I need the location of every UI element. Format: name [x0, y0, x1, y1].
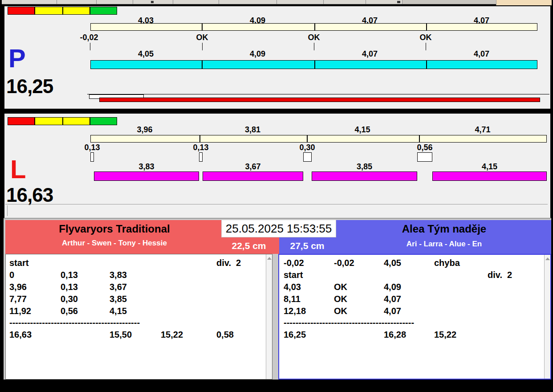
- table-cell: start: [284, 270, 334, 280]
- datetime-display: 25.05.2025 15:53:55: [221, 220, 336, 237]
- scroll-up-button[interactable]: [267, 256, 272, 261]
- table-cell: div. 2: [488, 270, 550, 280]
- segment-label: 3,83: [94, 162, 199, 172]
- table-cell: 3,96: [9, 282, 61, 292]
- segment-label: 4,71: [419, 125, 547, 135]
- left-team-size: 22,5 cm: [226, 241, 272, 251]
- toolbar-fragment[interactable]: [366, 0, 403, 4]
- right-team-name: Alea Tým naděje: [337, 223, 551, 235]
- scroll-up-icon: [545, 257, 550, 260]
- mark-label: OK: [189, 33, 216, 42]
- table-row: 3,960,133,67: [6, 281, 272, 293]
- toolbar-strip[interactable]: [2, 0, 496, 4]
- gap-box: [199, 152, 203, 162]
- scroll-up-button[interactable]: [545, 256, 550, 262]
- gap-box: [90, 152, 94, 162]
- dropdown-arrow-icon: [151, 1, 154, 3]
- total-cell: 16,28: [384, 330, 434, 340]
- left-table-scrollbar[interactable]: [266, 254, 272, 379]
- lane-total: 16,25: [6, 77, 53, 96]
- toolbar-fragment[interactable]: [173, 0, 219, 4]
- indicator-red-cell: [8, 7, 35, 15]
- right-table-body: -0,02-0,024,05chyba startdiv. 2 4,03OK4,…: [279, 255, 550, 341]
- table-cell: -0,02: [334, 258, 384, 268]
- table-row: 7,770,303,85: [6, 293, 272, 305]
- segment-label: 3,81: [199, 125, 306, 135]
- toolbar-fragment[interactable]: [57, 0, 97, 4]
- total-cell: 15,22: [161, 330, 216, 340]
- table-cell: 0,13: [61, 270, 110, 280]
- segment-label: 3,67: [203, 162, 303, 172]
- table-separator: ----------------------------------------…: [6, 317, 272, 328]
- left-results-table: startdiv. 2 00,133,83 3,960,133,67 7,770…: [5, 254, 272, 380]
- table-cell: 11,92: [9, 306, 61, 316]
- segment-label: 4,05: [90, 49, 201, 59]
- bar-tick: [419, 135, 420, 142]
- status-indicator: [8, 117, 117, 125]
- total-cell: 16,63: [9, 330, 61, 340]
- dropdown-arrow-icon: [397, 1, 400, 3]
- table-row: startdiv. 2: [6, 257, 272, 269]
- total-cell: 16,25: [284, 330, 334, 340]
- table-cell: 4,07: [384, 294, 434, 304]
- reference-bar: [90, 135, 547, 143]
- results-panel: Flyvaryors Traditional Arthur - Swen - T…: [4, 218, 551, 380]
- right-team-members: Ari - Larra - Alue - En: [337, 240, 551, 249]
- left-team-name: Flyvaryors Traditional: [5, 223, 224, 235]
- toolbar-fragment[interactable]: [97, 0, 133, 4]
- bar-tick: [426, 24, 427, 30]
- right-team-size: 27,5 cm: [285, 241, 330, 251]
- table-cell: 3,83: [110, 270, 161, 280]
- table-cell: 4,05: [384, 258, 434, 268]
- toolbar-fragment[interactable]: [2, 0, 57, 4]
- measured-bar-segment: [94, 172, 199, 181]
- measured-bar: [90, 60, 537, 69]
- indicator-green-cell: [90, 7, 117, 15]
- left-team-members: Arthur - Swen - Tony - Hessie: [5, 239, 224, 248]
- indicator-red-cell: [8, 117, 35, 125]
- table-cell: 4,09: [384, 282, 434, 292]
- app-window: 4,03 4,09 4,07 4,07 -0,02 OK OK OK 4,05 …: [0, 0, 553, 392]
- table-cell: 0,56: [61, 306, 110, 316]
- table-cell: chyba: [434, 258, 488, 268]
- table-row: startdiv. 2: [279, 269, 550, 281]
- table-row: -0,02-0,024,05chyba: [279, 257, 550, 269]
- lane-letter: P: [8, 45, 26, 71]
- toolbar-fragment[interactable]: [219, 0, 277, 4]
- segment-label: 4,07: [426, 49, 537, 59]
- table-cell: OK: [334, 306, 384, 316]
- bar-tick: [202, 61, 203, 69]
- table-cell: -0,02: [284, 258, 334, 268]
- progress-baseline: [87, 94, 549, 94]
- right-table-scrollbar[interactable]: [544, 255, 550, 379]
- table-row: 8,11OK4,07: [279, 293, 550, 305]
- table-row: 12,18OK4,07: [279, 305, 550, 317]
- table-cell: 8,11: [284, 294, 334, 304]
- toolbar-fragment[interactable]: [277, 0, 324, 4]
- bar-tick: [199, 135, 200, 142]
- toolbar-fragment[interactable]: [403, 0, 496, 4]
- toolbar-fragment[interactable]: [133, 0, 173, 4]
- totals-row: 16,6315,5015,220,58: [6, 328, 272, 341]
- progress-bar: [99, 98, 540, 102]
- mark-label: 0,13: [187, 143, 214, 152]
- segment-label: 3,85: [312, 162, 417, 172]
- toolbar-fragment[interactable]: [324, 0, 366, 4]
- segment-label: 4,07: [314, 49, 426, 59]
- table-cell: 0: [9, 270, 61, 280]
- measured-bar-segment: [203, 172, 303, 181]
- table-row: 4,03OK4,09: [279, 281, 550, 293]
- table-cell: 7,77: [9, 294, 61, 304]
- mark-label: OK: [412, 33, 439, 42]
- lane-letter: L: [10, 156, 26, 182]
- lane-divider-line: [5, 204, 548, 204]
- left-table-body: startdiv. 2 00,133,83 3,960,133,67 7,770…: [6, 254, 272, 341]
- totals-row: 16,2516,2815,22: [279, 328, 550, 341]
- table-cell: 4,03: [284, 282, 334, 292]
- measured-bar-segment: [312, 172, 417, 181]
- total-cell: 0,58: [216, 330, 272, 340]
- mark-label: 0,13: [79, 143, 106, 152]
- lane-p-panel: 4,03 4,09 4,07 4,07 -0,02 OK OK OK 4,05 …: [4, 5, 551, 110]
- gap-box: [417, 152, 432, 162]
- table-separator: ----------------------------------------…: [279, 317, 550, 328]
